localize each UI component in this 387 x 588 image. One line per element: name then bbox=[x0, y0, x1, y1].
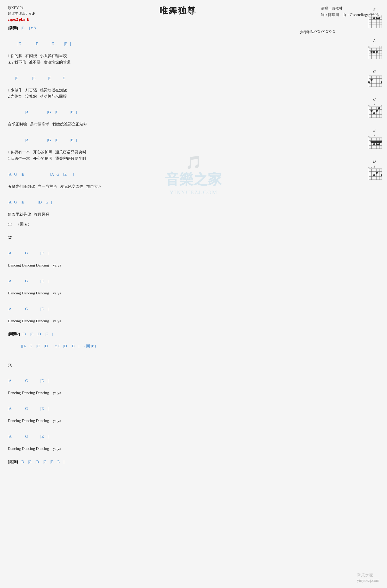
chord-grid-A: x o o bbox=[367, 46, 382, 60]
interlude2-chords: |D |G |D |G | bbox=[22, 332, 53, 336]
repeat3-marker: (3) bbox=[8, 362, 338, 368]
song-title: 唯舞独尊 bbox=[35, 5, 321, 17]
footer-logo: 音乐之家yinyuezj.com bbox=[357, 573, 379, 583]
chord-diagram-area: E o o bbox=[367, 8, 382, 183]
intro-tag: [前奏] bbox=[8, 26, 18, 30]
svg-point-46 bbox=[368, 81, 370, 83]
svg-point-80 bbox=[378, 143, 380, 145]
interlude2-row2: ||A |G |C |D || x 6 |D |D | （回★） bbox=[8, 338, 338, 355]
dancing-chord-row1: |A G |E | bbox=[8, 244, 338, 262]
verse1-chord-row1: |E |E |E |E | bbox=[8, 35, 338, 53]
dancing-lyric-row1: Dancing Dancing Dancing ya ya bbox=[8, 262, 338, 268]
outro-tag: [尾奏] bbox=[8, 460, 18, 464]
chord-fret-C: x bbox=[374, 102, 375, 105]
chord-name-E: E bbox=[373, 8, 376, 12]
chord-diagram-C: C x x o x bbox=[367, 98, 382, 119]
svg-point-11 bbox=[373, 17, 375, 19]
suggested-key: 建议男调:Bb 女:F bbox=[8, 11, 35, 17]
verse1-chord-row2: |E |E |E |E | bbox=[8, 69, 338, 87]
intro-chords: ||E || x 8 bbox=[21, 26, 36, 30]
chord-name-D: D bbox=[373, 160, 376, 164]
svg-text:o: o bbox=[371, 15, 372, 17]
svg-point-28 bbox=[370, 51, 373, 53]
verse1-lyric-row2a: 1.少做作 别害骚 感觉地板在燃烧 bbox=[8, 87, 338, 93]
svg-rect-77 bbox=[370, 141, 382, 143]
verse1-lyric-row2b: 2.光傻笑 没礼貌 动动关节来回报 bbox=[8, 93, 338, 99]
chord-diagram-A: A o x o o bbox=[367, 39, 382, 60]
repeat2-marker: (2) bbox=[8, 234, 338, 240]
repeat1: (1) （回▲） bbox=[8, 221, 338, 227]
svg-point-30 bbox=[376, 51, 378, 53]
dancing-chord-row5: |A G |E | bbox=[8, 400, 338, 418]
header-left: 原KEY:F# 建议男调:Bb 女:F capo:2 play:E bbox=[8, 5, 35, 22]
svg-text:x: x bbox=[368, 167, 370, 169]
chord-open-A: o bbox=[374, 43, 375, 46]
svg-point-13 bbox=[378, 17, 380, 19]
strum-ref: 参考刷法:XX↑X XX↑X bbox=[300, 30, 335, 34]
svg-point-78 bbox=[373, 143, 375, 145]
svg-text:x: x bbox=[368, 105, 370, 107]
dancing-chord-row2: |A G |E | bbox=[8, 272, 338, 290]
chorus-chord-row1: |A G |E |A G |E | bbox=[8, 166, 338, 183]
verse1-lyric-row1b: ▲2.我不信 谁不要 发洩垃圾的管道 bbox=[8, 59, 338, 65]
chord-name-A: A bbox=[373, 39, 376, 43]
bridge-lyric-row2b: 2.我送你一本 开心的护照 通关密语只要尖叫 bbox=[8, 156, 338, 162]
svg-point-47 bbox=[381, 81, 382, 83]
svg-text:o: o bbox=[381, 15, 382, 17]
original-key: 原KEY:F# bbox=[8, 5, 35, 11]
chorus-lyric-row2: 角落里就是你 舞领风骚 bbox=[8, 211, 338, 217]
svg-point-59 bbox=[378, 107, 380, 109]
bridge-lyric-row2a: 1.你拥有一本 开心的护照 通关密语只要尖叫 bbox=[8, 149, 338, 155]
dancing-chord-row4: |A G |E | bbox=[8, 372, 338, 390]
interlude2-tag: [间奏2] bbox=[8, 332, 20, 336]
bridge-chord-row2: |A |G |C |B | bbox=[8, 131, 338, 149]
chorus-chord-row2: |A G |E |D |G | bbox=[8, 193, 338, 211]
chord-diagram-G: G bbox=[367, 70, 382, 88]
dancing-lyric-row4: Dancing Dancing Dancing ya ya bbox=[8, 390, 338, 396]
svg-point-61 bbox=[376, 110, 378, 112]
interlude2: [间奏2] |D |G |D |G | bbox=[8, 331, 338, 337]
dancing-lyric-row2: Dancing Dancing Dancing ya ya bbox=[8, 290, 338, 296]
svg-point-45 bbox=[370, 79, 373, 81]
outro-chords: |D |G |D |G |E E | bbox=[21, 460, 64, 464]
chord-fret-B: x bbox=[374, 133, 375, 136]
svg-point-79 bbox=[376, 143, 378, 145]
svg-point-62 bbox=[373, 112, 375, 114]
footer-text: 音乐之家yinyuezj.com bbox=[357, 573, 379, 583]
chord-diagram-B: B x x x bbox=[367, 129, 382, 150]
chord-grid-D: x x o x bbox=[367, 167, 382, 181]
chord-diagram-D: D x x x o x bbox=[367, 160, 382, 181]
chord-grid-E: o o o bbox=[367, 15, 382, 29]
svg-text:o: o bbox=[379, 46, 380, 48]
dancing-lyric-row6: Dancing Dancing Dancing ya ya bbox=[8, 446, 338, 452]
chord-grid-C: x o x bbox=[367, 105, 382, 119]
chord-open-E: o bbox=[374, 12, 375, 15]
svg-text:x: x bbox=[371, 167, 372, 169]
svg-text:x: x bbox=[368, 136, 370, 138]
dancing-chord-row3: |A G |E | bbox=[8, 300, 338, 318]
svg-point-95 bbox=[373, 174, 375, 176]
chord-grid-G bbox=[367, 74, 382, 88]
svg-text:o: o bbox=[381, 46, 382, 48]
intro-section: [前奏] ||E || x 8 bbox=[8, 25, 338, 31]
chord-fret-D: x bbox=[374, 164, 375, 167]
dancing-lyric-row5: Dancing Dancing Dancing ya ya bbox=[8, 418, 338, 424]
svg-point-29 bbox=[373, 51, 375, 53]
outro-section: [尾奏] |D |G |D |G |E E | bbox=[8, 459, 338, 465]
svg-point-60 bbox=[370, 110, 373, 112]
dancing-chord-row6: |A G |E | bbox=[8, 428, 338, 445]
bridge-chord-row1: |A |G |C |B | bbox=[8, 104, 338, 121]
capo-info: capo:2 play:E bbox=[8, 17, 35, 22]
chord-grid-B: x x bbox=[367, 136, 382, 150]
page: 原KEY:F# 建议男调:Bb 女:F capo:2 play:E 唯舞独尊 演… bbox=[0, 0, 387, 588]
svg-point-96 bbox=[381, 174, 382, 176]
main-content: [前奏] ||E || x 8 |E |E |E |E | 1.你的脚 在闷烧 … bbox=[8, 25, 338, 465]
svg-text:o: o bbox=[381, 105, 382, 107]
chord-diagram-E: E o o bbox=[367, 8, 382, 29]
verse1-lyric-row1a: 1.你的脚 在闷烧 小虫躲在鞋里咬 bbox=[8, 53, 338, 59]
svg-point-12 bbox=[376, 17, 378, 19]
svg-text:o: o bbox=[374, 167, 375, 169]
bridge-lyric-row1: 音乐正盻噪 是时候高潮 我瞻瞧谁还立正站好 bbox=[8, 121, 338, 127]
chord-name-B: B bbox=[373, 129, 376, 133]
svg-point-94 bbox=[376, 172, 378, 174]
